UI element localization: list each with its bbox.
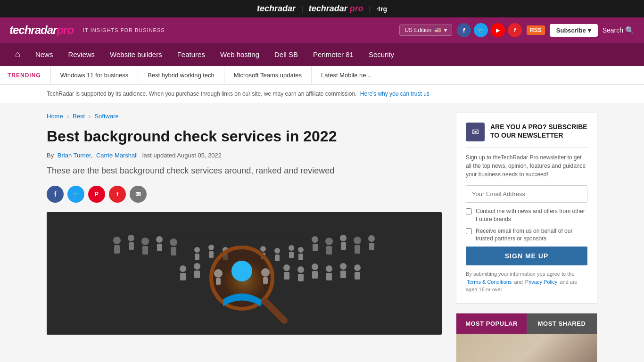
svg-rect-20 xyxy=(369,243,374,250)
svg-rect-59 xyxy=(263,277,268,284)
breadcrumb: Home › Best › Software xyxy=(47,113,442,120)
nav-item-reviews[interactable]: Reviews xyxy=(60,44,102,65)
flipboard-icon[interactable]: f xyxy=(508,23,522,37)
share-flipboard-button[interactable]: f xyxy=(109,186,126,203)
terms-and: and xyxy=(514,279,522,285)
share-facebook-button[interactable]: f xyxy=(47,186,64,203)
svg-point-3 xyxy=(128,235,134,241)
nav-item-features[interactable]: Features xyxy=(170,44,213,65)
divider2: | xyxy=(369,5,371,13)
article-image xyxy=(47,212,442,335)
newsletter-title: ARE YOU A PRO? SUBSCRIBE TO OUR NEWSLETT… xyxy=(490,123,587,140)
trg-logo[interactable]: ·trg xyxy=(376,5,387,13)
author2-link[interactable]: Carrie Marshall xyxy=(96,152,138,159)
techradar-logo[interactable]: techradar xyxy=(257,4,296,14)
tab-most-popular[interactable]: MOST POPULAR xyxy=(456,313,527,334)
email-input[interactable] xyxy=(466,185,587,203)
tab-most-shared[interactable]: MOST SHARED xyxy=(527,313,597,334)
search-label: Search xyxy=(603,26,623,34)
svg-point-43 xyxy=(312,263,318,270)
svg-rect-48 xyxy=(340,271,346,278)
divider1: | xyxy=(301,5,303,13)
breadcrumb-best[interactable]: Best xyxy=(73,113,85,120)
popular-section: MOST POPULAR MOST SHARED xyxy=(456,313,597,362)
svg-point-49 xyxy=(354,264,361,271)
main-content: Home › Best › Software Best background c… xyxy=(47,113,442,362)
svg-point-37 xyxy=(194,263,200,270)
terms-text: By submitting your information you agree… xyxy=(466,270,587,294)
svg-rect-50 xyxy=(355,272,360,280)
svg-point-23 xyxy=(208,245,214,250)
svg-rect-42 xyxy=(298,274,304,281)
svg-point-58 xyxy=(261,268,270,277)
share-pinterest-button[interactable]: P xyxy=(88,186,105,203)
share-email-button[interactable]: ✉ xyxy=(130,186,147,203)
nav-item-dell-sb[interactable]: Dell SB xyxy=(267,44,305,65)
top-bar: techradar | techradar pro | ·trg xyxy=(0,0,644,17)
nav-item-perimeter81[interactable]: Perimeter 81 xyxy=(305,44,361,65)
breadcrumb-home[interactable]: Home xyxy=(47,113,63,120)
svg-point-33 xyxy=(298,247,304,253)
svg-point-41 xyxy=(297,266,304,273)
svg-rect-57 xyxy=(216,278,221,285)
trending-item-3[interactable]: Microsoft Teams updates xyxy=(224,66,311,84)
svg-rect-8 xyxy=(157,244,162,251)
trust-link[interactable]: Here's why you can trust us xyxy=(360,90,429,97)
svg-point-5 xyxy=(141,238,149,245)
header-left: techradar pro IT INSIGHTS FOR BUSINESS xyxy=(9,24,165,37)
share-buttons: f 🐦 P f ✉ xyxy=(47,186,442,203)
edition-selector[interactable]: US Edition 🇺🇸 ▾ xyxy=(399,25,452,36)
flag-icon: 🇺🇸 xyxy=(434,27,441,33)
trending-item-1[interactable]: Windows 11 for business xyxy=(50,66,138,84)
youtube-icon[interactable]: ▶ xyxy=(491,23,505,37)
techradar-pro-logo[interactable]: techradar pro xyxy=(309,4,363,14)
subscribe-arrow-icon: ▾ xyxy=(588,27,591,34)
edition-label: US Edition xyxy=(405,27,431,33)
facebook-icon[interactable]: f xyxy=(457,23,471,37)
subscribe-button[interactable]: Subscribe ▾ xyxy=(550,24,598,37)
sign-up-button[interactable]: SIGN ME UP xyxy=(466,247,587,265)
svg-point-13 xyxy=(325,238,333,245)
header-tagline: IT INSIGHTS FOR BUSINESS xyxy=(83,27,165,33)
nav-item-security[interactable]: Security xyxy=(361,44,402,65)
svg-point-1 xyxy=(113,237,121,244)
trending-item-2[interactable]: Best hybrid working tech xyxy=(138,66,224,84)
checkbox-item-1: Contact me with news and offers from oth… xyxy=(466,207,587,223)
affiliate-text: TechRadar is supported by its audience. … xyxy=(47,90,356,97)
checkbox-item-2: Receive email from us on behalf of our t… xyxy=(466,227,587,243)
breadcrumb-software[interactable]: Software xyxy=(94,113,118,120)
nav-item-news[interactable]: News xyxy=(28,44,61,65)
subscribe-label: Subscribe xyxy=(556,27,586,34)
rss-button[interactable]: RSS xyxy=(527,25,545,35)
terms-conditions-link[interactable]: Terms & Conditions xyxy=(467,279,512,285)
newsletter-box: ✉ ARE YOU A PRO? SUBSCRIBE TO OUR NEWSLE… xyxy=(456,113,597,304)
twitter-icon[interactable]: 🐦 xyxy=(474,23,488,37)
site-logo[interactable]: techradar pro xyxy=(9,24,74,37)
site-header: techradar pro IT INSIGHTS FOR BUSINESS U… xyxy=(0,17,644,43)
search-button[interactable]: Search 🔍 xyxy=(603,26,635,35)
svg-point-7 xyxy=(156,236,163,243)
home-nav-icon[interactable]: ⌂ xyxy=(8,43,28,66)
svg-rect-46 xyxy=(326,273,332,280)
author1-link[interactable]: Brian Turner xyxy=(58,152,91,159)
social-icons-group: f 🐦 ▶ f xyxy=(457,23,522,37)
privacy-policy-link[interactable]: Privacy Policy xyxy=(525,279,557,285)
trending-bar: TRENDING Windows 11 for business Best hy… xyxy=(0,66,644,85)
newsletter-description: Sign up to theTechRadar Pro newsletter t… xyxy=(466,153,587,179)
article-title: Best background check services in 2022 xyxy=(47,127,442,145)
svg-rect-4 xyxy=(129,242,134,250)
breadcrumb-sep-2: › xyxy=(89,113,91,120)
nav-item-web-hosting[interactable]: Web hosting xyxy=(213,44,267,65)
checkbox-partners[interactable] xyxy=(466,228,472,234)
header-right: US Edition 🇺🇸 ▾ f 🐦 ▶ f RSS Subscribe ▾ … xyxy=(399,23,635,37)
trending-item-4[interactable]: Latest Mobile ne... xyxy=(311,66,380,84)
newsletter-header: ✉ ARE YOU A PRO? SUBSCRIBE TO OUR NEWSLE… xyxy=(466,123,587,148)
svg-rect-16 xyxy=(341,242,346,250)
checkbox-group: Contact me with news and offers from oth… xyxy=(466,207,587,243)
svg-point-47 xyxy=(340,263,347,270)
article-meta: By Brian Turner, Carrie Marshall last up… xyxy=(47,152,442,159)
share-twitter-button[interactable]: 🐦 xyxy=(67,186,84,203)
svg-rect-6 xyxy=(142,246,148,255)
nav-item-website-builders[interactable]: Website builders xyxy=(102,44,170,65)
checkbox-future-brands[interactable] xyxy=(466,208,472,214)
